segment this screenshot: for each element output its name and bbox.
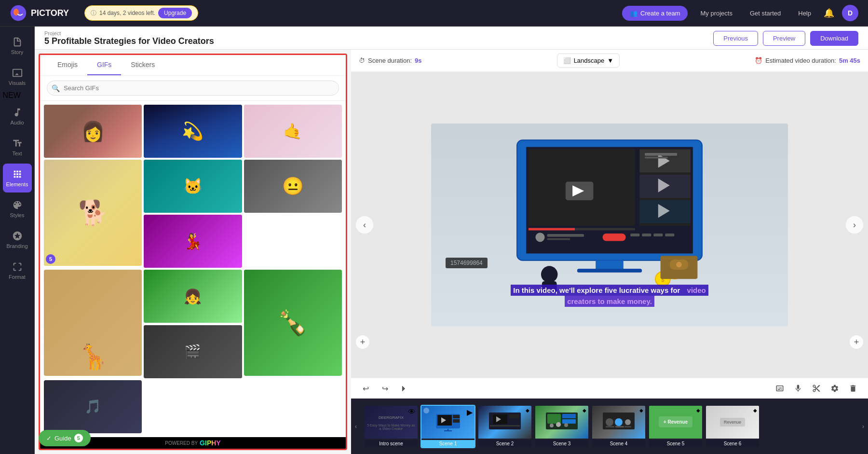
sidebar-item-elements[interactable]: Elements (3, 164, 32, 193)
gif-item-9[interactable]: 👧 (144, 270, 242, 323)
timeline-left-arrow[interactable]: ‹ (351, 399, 361, 454)
sidebar-item-audio[interactable]: Audio (3, 102, 32, 131)
gif-item-11[interactable]: 🎬 (144, 325, 242, 378)
playback-toolbar: ↩ ↪ ⏵ (351, 378, 868, 399)
scene-3-icon: ◆ (583, 408, 586, 413)
gif-item-4[interactable]: 🐕 5 (44, 160, 142, 266)
left-sidebar: Story Visuals NEW Audio Text (0, 27, 35, 454)
timeline-scene-4[interactable]: ◆ Scene 4 (591, 405, 646, 448)
new-badge: NEW (3, 91, 21, 99)
gif-item-8[interactable]: 🦒 (44, 270, 142, 376)
video-controls-bar: ⏱ Scene duration: 9s ⬜ Landscape ▼ ⏰ Est… (351, 50, 868, 72)
avatar[interactable]: D (842, 5, 858, 21)
video-preview: $ $ 1574699864 (431, 124, 788, 326)
sidebar-text-label: Text (12, 151, 22, 156)
sidebar-item-text[interactable]: Text (3, 133, 32, 162)
sidebar-item-styles[interactable]: Styles (3, 194, 32, 223)
svg-point-59 (615, 418, 623, 426)
sidebar-item-wrap-visuals: Visuals NEW (3, 62, 32, 100)
svg-rect-62 (615, 426, 624, 427)
svg-rect-44 (444, 430, 452, 431)
scene-next-arrow[interactable]: › (846, 216, 863, 234)
guide-button[interactable]: ✓ Guide 5 (39, 430, 91, 446)
middle-section: Emojis GIFs Stickers 🔍 👩 (35, 50, 868, 454)
sidebar-item-story[interactable]: Story (3, 31, 32, 60)
top-navigation: PICTORY ⓘ 14 days, 2 videos left. Upgrad… (0, 0, 868, 27)
svg-rect-63 (624, 426, 631, 427)
subtitle-line-1: In this video, we'll explore five lucrat… (511, 285, 684, 296)
svg-rect-41 (453, 415, 460, 418)
guide-label: Guide (54, 435, 71, 442)
sidebar-item-wrap-story: Story (3, 31, 32, 60)
gif-item-3[interactable]: 🤙 (244, 105, 342, 158)
download-button[interactable]: Download (810, 31, 858, 46)
tab-gifs[interactable]: GIFs (87, 55, 121, 75)
timeline-scene-2[interactable]: ◆ Scene 2 (477, 405, 532, 448)
gif-item-12[interactable]: 🎵 (44, 380, 142, 433)
add-element-left[interactable]: + (356, 335, 369, 349)
preview-button[interactable]: Preview (763, 31, 805, 46)
app-logo[interactable]: PICTORY (10, 4, 69, 22)
powered-by-text: POWERED BY (165, 440, 198, 446)
sidebar-elements-label: Elements (6, 181, 28, 187)
caption-tool-button[interactable] (773, 381, 787, 396)
upgrade-button[interactable]: Upgrade (158, 8, 192, 18)
gif-item-5[interactable]: 🐱 (144, 160, 242, 213)
create-team-button[interactable]: 👥 Create a team (622, 6, 688, 21)
subtitle-overlay: In this video, we'll explore five lucrat… (449, 285, 770, 307)
view-counter: 1574699864 (446, 258, 488, 268)
voiceover-button[interactable] (791, 381, 805, 396)
landscape-selector[interactable]: ⬜ Landscape ▼ (557, 54, 620, 68)
settings-button[interactable] (827, 381, 842, 396)
timeline-scene-5[interactable]: + Revenue ◆ Scene 5 (648, 405, 703, 448)
scene-duration-info: ⏱ Scene duration: 9s (359, 57, 422, 64)
bell-icon[interactable]: 🔔 (824, 8, 834, 18)
sidebar-branding-label: Branding (6, 243, 27, 249)
sidebar-item-format[interactable]: Format (3, 256, 32, 285)
search-bar: 🔍 (40, 76, 346, 101)
play-button[interactable]: ⏵ (397, 382, 411, 395)
svg-rect-27 (596, 261, 624, 270)
scene-6-icon: ◆ (753, 408, 757, 413)
svg-rect-13 (645, 153, 677, 156)
timeline-right-arrow[interactable]: › (858, 399, 868, 454)
gif-item-1[interactable]: 👩 (44, 105, 142, 158)
my-projects-link[interactable]: My projects (695, 7, 737, 20)
gif-item-7[interactable]: 💃 (144, 215, 242, 268)
tab-emojis[interactable]: Emojis (48, 55, 87, 75)
redo-button[interactable]: ↪ (378, 382, 392, 395)
help-link[interactable]: Help (793, 7, 816, 20)
project-title: 5 Profitable Strategies for Video Creato… (44, 36, 214, 46)
timeline-scene-3[interactable]: ◆ Scene 3 (534, 405, 589, 448)
timeline-scenes: DEERGRAFIX 5 Easy Ways to Make Money as … (361, 399, 858, 454)
sidebar-item-visuals[interactable]: Visuals (3, 62, 32, 91)
timeline-scene-intro[interactable]: DEERGRAFIX 5 Easy Ways to Make Money as … (364, 405, 419, 448)
svg-rect-42 (453, 419, 460, 423)
previous-button[interactable]: Previous (713, 31, 758, 46)
sidebar-item-wrap-audio: Audio (3, 102, 32, 131)
svg-rect-21 (547, 238, 570, 240)
get-started-link[interactable]: Get started (745, 7, 786, 20)
gif-item-2[interactable]: 💫 (144, 105, 242, 158)
gif-item-6[interactable]: 😐 (244, 160, 342, 213)
timeline-scene-6[interactable]: Revenue ◆ Scene 6 (705, 405, 760, 448)
playback-controls: ↩ ↪ ⏵ (359, 382, 411, 395)
scene-label-3: Scene 3 (535, 440, 588, 447)
gif-item-10[interactable]: 🍾 (244, 270, 342, 376)
timeline-scene-1[interactable]: ▶ Scene 1 (420, 405, 475, 448)
tab-stickers[interactable]: Stickers (121, 55, 164, 75)
svg-point-54 (550, 424, 554, 427)
undo-button[interactable]: ↩ (359, 382, 372, 395)
content-area: Project 5 Profitable Strategies for Vide… (35, 27, 868, 454)
svg-rect-61 (606, 426, 614, 427)
scene-prev-arrow[interactable]: ‹ (356, 216, 373, 234)
svg-point-19 (535, 233, 544, 242)
delete-button[interactable] (846, 381, 860, 396)
gif-grid: 👩 💫 🤙 🐕 5 🐱 (40, 101, 346, 437)
sidebar-item-branding[interactable]: Branding (3, 225, 32, 254)
scissors-button[interactable] (809, 381, 824, 396)
svg-rect-23 (630, 234, 639, 236)
search-input[interactable] (47, 81, 339, 96)
estimated-value: 5m 45s (839, 57, 860, 64)
add-element-right[interactable]: + (850, 335, 863, 349)
